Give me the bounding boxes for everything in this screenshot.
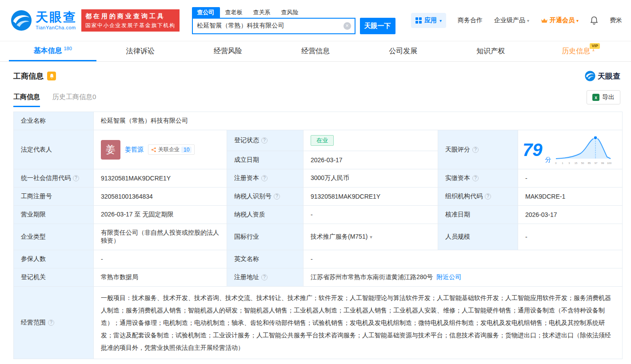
vip-badge: VIP [590,43,600,49]
clear-search-icon[interactable]: × [343,22,351,30]
score-curve-chart: 0 1 3 15 50 85 97 99 100 [554,134,613,166]
enterprise-products-label: 企业级产品 [494,16,525,24]
table-row: 企业类型 有限责任公司（非自然人投资或控股的法人独资） 国标行业 技术推广服务(… [14,224,623,250]
help-icon[interactable]: ? [261,175,268,181]
svg-text:85: 85 [587,162,591,164]
help-icon[interactable]: ? [472,147,479,153]
related-companies-badge[interactable]: 关联企业 10 [148,144,195,155]
svg-text:97: 97 [594,162,597,164]
legal-rep-avatar[interactable]: 姜 [101,140,120,160]
svg-text:99: 99 [601,162,604,164]
tab-company-development[interactable]: 公司发展 [359,41,447,61]
tab-legal-proceedings[interactable]: 法律诉讼 [96,41,184,61]
nearby-companies-link[interactable]: 附近公司 [436,273,461,280]
label-business-term: 营业期限 [14,206,94,224]
search-tab-risk[interactable]: 查风险 [276,7,304,18]
open-vip-link[interactable]: 开通会员 ▾ [541,16,579,24]
tab-history-info[interactable]: 历史信息1 VIP [535,41,622,61]
legal-rep-name-link[interactable]: 姜哲源 [125,146,144,154]
enterprise-products-menu[interactable]: 企业级产品 ▾ [494,16,529,24]
tab-basic-info[interactable]: 基本信息180 [9,41,96,61]
label-legal-representative: 法定代表人 [14,130,94,169]
related-companies-label: 关联企业 [158,146,180,153]
user-menu[interactable]: 费米 [610,16,622,24]
export-button[interactable]: x 导出 [587,90,620,104]
label-registration-status: 登记状态? [227,130,304,151]
company-section-tabs: 基本信息180 法律诉讼 经营风险 经营信息 公司发展 知识产权 历史信息1 V… [0,41,631,62]
help-icon[interactable]: ? [485,193,491,200]
svg-text:0: 0 [555,162,557,164]
subtab-bar: 工商信息 历史工商信息0 x 导出 [0,81,631,107]
section-header: 工商信息 天眼查 [0,62,631,81]
value-approval-date: 2026-03-17 [518,206,623,224]
tab-intellectual-property[interactable]: 知识产权 [447,41,535,61]
slogan-banner: 都在用的商业查询工具 国家中小企业发展子基金旗下机构 [81,9,180,32]
related-companies-count: 10 [181,147,192,153]
value-company-type: 有限责任公司（非自然人投资或控股的法人独资） [94,224,227,250]
slogan-line2: 国家中小企业发展子基金旗下机构 [85,21,176,30]
chevron-down-icon: ▾ [576,18,579,23]
svg-text:50: 50 [581,162,584,164]
chevron-down-icon[interactable]: ▾ [370,234,372,240]
apps-label: 应用 [424,16,437,24]
tianyancha-logo-icon [11,10,32,31]
subtab-business-info[interactable]: 工商信息 [13,93,40,107]
apps-menu[interactable]: 应用 ▾ [411,13,446,28]
chevron-down-icon: ▾ [527,18,529,23]
value-registration-status: 在业 [304,130,438,151]
label-taxpayer-quality: 纳税人资质 [227,206,304,224]
tianyancha-logo[interactable]: 天眼查 TianYanCha.com [11,10,77,31]
search-tab-boss[interactable]: 查老板 [220,7,248,18]
help-icon[interactable]: ? [274,193,280,200]
value-tianyan-score: 79 分 0 1 3 15 50 85 97 99 [518,130,623,169]
label-paid-capital: 实缴资本? [438,169,518,188]
business-scope-text: 一般项目：技术服务、技术开发、技术咨询、技术交流、技术转让、技术推广；软件开发；… [101,292,615,354]
tab-label: 经营信息 [301,47,330,56]
value-company-name: 松延智展（常熟）科技有限公司 [94,112,623,130]
label-company-name: 企业名称 [14,112,94,130]
value-establish-date: 2026-03-17 [304,151,438,169]
value-english-name: - [304,250,623,268]
tab-label: 基本信息 [33,46,62,56]
notification-bell-icon[interactable] [590,16,598,25]
help-icon[interactable]: ? [472,175,479,181]
label-business-scope: 经营范围? [14,287,94,359]
search-button[interactable]: 天眼一下 [360,18,395,34]
tab-operation-info[interactable]: 经营信息 [272,41,359,61]
table-row: 参保人数 - 英文名称 - [14,250,623,268]
status-badge: 在业 [311,135,334,146]
tab-operation-risk[interactable]: 经营风险 [184,41,272,61]
value-legal-representative: 姜 姜哲源 关联企业 10 [94,130,227,169]
subtab-history-business-info[interactable]: 历史工商信息0 [52,93,96,107]
help-icon[interactable]: ? [48,320,54,326]
value-business-scope: 一般项目：技术服务、技术开发、技术咨询、技术交流、技术转让、技术推广；软件开发；… [94,287,623,359]
label-english-name: 英文名称 [227,250,304,268]
value-insured-count: - [94,250,227,268]
search-tabs: 查公司 查老板 查关系 查风险 [192,7,395,18]
label-staff-size: 人员规模 [438,224,518,250]
value-industry: 技术推广服务(M751)▾ [304,224,438,250]
help-icon[interactable]: ? [261,137,268,144]
tab-label: 知识产权 [476,47,505,56]
subscribe-bell-icon[interactable] [47,72,56,80]
value-registered-capital: 3000万人民币 [304,169,438,188]
watermark-brand: 天眼查 [598,71,620,81]
search-tab-company[interactable]: 查公司 [192,7,220,18]
cooperation-link[interactable]: 商务合作 [458,16,483,24]
slogan-line1: 都在用的商业查询工具 [85,12,176,21]
value-registration-number: 320581001364834 [94,188,227,206]
label-organization-code: 组织机构代码? [438,188,518,206]
help-icon[interactable]: ? [261,274,268,280]
tab-label: 历史信息 [562,47,590,56]
tab-label: 公司发展 [389,47,417,56]
svg-text:1: 1 [562,162,563,164]
tab-label: 法律诉讼 [126,47,155,56]
label-establish-date: 成立日期 [227,151,304,169]
logo-name: 天眼查 [36,11,77,24]
help-icon[interactable]: ? [73,175,79,181]
search-area: 查公司 查老板 查关系 查风险 × 天眼一下 [192,7,395,34]
value-business-term: 2026-03-17 至 无固定期限 [94,206,227,224]
search-tab-relation[interactable]: 查关系 [248,7,276,18]
label-registration-number: 工商注册号 [14,188,94,206]
search-input[interactable] [192,18,355,34]
